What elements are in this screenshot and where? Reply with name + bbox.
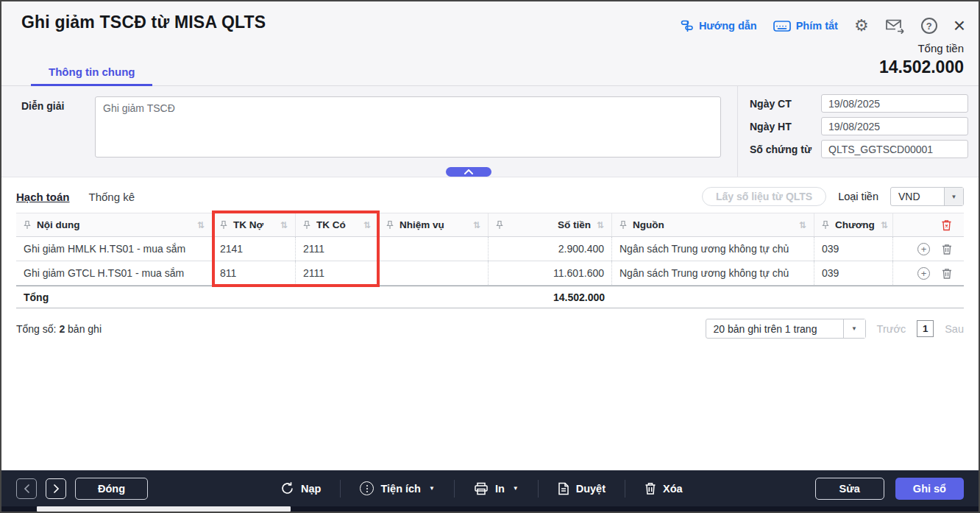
col-header-chapter[interactable]: Chương ⇅ [814,213,893,236]
close-icon[interactable]: × [954,18,965,33]
cell-debit[interactable]: 811 [213,261,296,285]
voucher-form: Diễn giải Ghi giảm TSCĐ Ngày CT Ngày HT … [1,86,979,177]
prev-page-button[interactable]: Trước [877,323,906,335]
dialog-header: Ghi giảm TSCĐ từ MISA QLTS Hướng dẫn Phí… [1,1,979,86]
tab-general-info[interactable]: Thông tin chung [31,61,152,86]
collapse-panel-button[interactable] [446,167,491,177]
utilities-icon [360,481,374,495]
description-label: Diễn giải [21,96,95,177]
description-input[interactable]: Ghi giảm TSCĐ [95,96,721,158]
detail-toolbar: Hạch toán Thống kê Lấy số liệu từ QLTS L… [1,177,979,213]
fetch-qlts-button[interactable]: Lấy số liệu từ QLTS [702,187,826,206]
shortcuts-label: Phím tắt [796,20,838,32]
sort-icon[interactable]: ⇅ [597,220,604,230]
page-title: Ghi giảm TSCĐ từ MISA QLTS [21,13,266,32]
cell-content[interactable]: Ghi giảm HMLK H.TS01 - mua sắm [16,237,213,261]
delete-row-icon[interactable] [942,244,952,255]
header-actions: Hướng dẫn Phím tắt ⚙ ? × [680,16,965,35]
gear-icon[interactable]: ⚙ [854,16,869,35]
detail-section: Hạch toán Thống kê Lấy số liệu từ QLTS L… [1,177,979,470]
table-row[interactable]: Ghi giảm HMLK H.TS01 - mua sắm 2141 2111… [16,237,964,261]
table-row[interactable]: Ghi giảm GTCL H.TS01 - mua sắm 811 2111 … [16,261,964,286]
horizontal-scrollbar[interactable] [1,506,979,512]
col-header-amount[interactable]: Số tiền ⇅ [489,213,612,236]
toolbar-divider [340,480,341,498]
grand-total-label: Tổng tiền [879,42,964,54]
edit-button[interactable]: Sửa [815,478,884,500]
signpost-icon [680,19,694,33]
approve-button[interactable]: Duyệt [558,482,606,495]
table-total-row: Tổng 14.502.000 [16,286,964,308]
cell-credit[interactable]: 2111 [296,237,379,261]
pin-icon [619,220,627,230]
tab-bar: Thông tin chung [1,61,979,86]
sort-icon[interactable]: ⇅ [363,220,371,230]
col-header-task[interactable]: Nhiệm vụ ⇅ [379,213,489,236]
accounting-table: Nội dung ⇅ TK Nợ ⇅ TK Có ⇅ Nhiệm vụ ⇅ [16,213,964,308]
guide-link[interactable]: Hướng dẫn [680,19,757,33]
pagination-bar: Tổng số: 2 bản ghi 20 bản ghi trên 1 tra… [16,319,964,339]
print-button[interactable]: In ▼ [474,482,519,495]
sort-icon[interactable]: ⇅ [197,220,205,230]
next-page-button[interactable]: Sau [945,323,964,335]
toolbar-divider [625,480,625,498]
cell-task[interactable] [379,261,489,285]
reload-button[interactable]: Nạp [280,481,321,495]
dialog-window: Ghi giảm TSCĐ từ MISA QLTS Hướng dẫn Phí… [0,0,980,513]
col-header-content[interactable]: Nội dung ⇅ [16,213,213,236]
tab-statistics[interactable]: Thống kê [89,191,135,203]
keyboard-icon [773,20,791,32]
scrollbar-thumb[interactable] [37,506,291,512]
help-icon[interactable]: ? [921,18,937,34]
delete-all-icon[interactable] [941,219,952,231]
pin-icon [386,220,394,230]
record-count: Tổng số: 2 bản ghi [16,323,102,335]
add-row-icon[interactable]: + [917,243,930,255]
cell-source[interactable]: Ngân sách Trung ương không tự chủ [612,237,814,261]
sort-icon[interactable]: ⇅ [280,220,288,230]
cell-chapter[interactable]: 039 [814,261,893,285]
add-row-icon[interactable]: + [917,267,930,280]
description-group: Diễn giải Ghi giảm TSCĐ [1,86,737,177]
delete-button[interactable]: Xóa [645,482,683,495]
next-record-button[interactable] [46,478,66,499]
mail-feedback-icon[interactable] [885,18,905,34]
currency-label: Loại tiền [838,191,878,202]
col-header-source[interactable]: Nguồn ⇅ [612,213,814,236]
save-button[interactable]: Ghi sổ [895,478,964,500]
cell-task[interactable] [379,237,489,261]
sort-icon[interactable]: ⇅ [881,220,888,230]
cell-chapter[interactable]: 039 [814,237,893,261]
cell-actions: + [893,237,964,261]
page-size-value: 20 bản ghi trên 1 trang [706,319,843,338]
tab-accounting[interactable]: Hạch toán [16,191,70,203]
doc-no-input[interactable] [821,140,968,158]
close-button[interactable]: Đóng [75,478,148,500]
current-page[interactable]: 1 [917,320,934,337]
page-size-select[interactable]: 20 bản ghi trên 1 trang ▼ [706,319,866,339]
prev-record-button[interactable] [16,478,37,499]
cell-amount[interactable]: 11.601.600 [489,261,612,285]
cell-content[interactable]: Ghi giảm GTCL H.TS01 - mua sắm [16,261,213,285]
cell-debit[interactable]: 2141 [213,237,296,261]
sort-icon[interactable]: ⇅ [799,220,806,230]
cell-amount[interactable]: 2.900.400 [489,237,612,261]
table-header-row: Nội dung ⇅ TK Nợ ⇅ TK Có ⇅ Nhiệm vụ ⇅ [16,213,964,237]
doc-no-label: Số chứng từ [750,144,821,155]
utilities-button[interactable]: Tiện ích ▼ [360,481,434,495]
post-date-input[interactable] [821,117,968,135]
chevron-up-icon [464,169,473,174]
shortcuts-link[interactable]: Phím tắt [773,20,838,32]
cell-credit[interactable]: 2111 [296,261,379,285]
pin-icon [822,220,829,230]
doc-date-input[interactable] [821,94,968,113]
total-label: Tổng [16,286,213,308]
col-header-debit[interactable]: TK Nợ ⇅ [213,213,296,236]
cell-source[interactable]: Ngân sách Trung ương không tự chủ [612,261,814,285]
col-header-credit[interactable]: TK Có ⇅ [296,213,379,236]
currency-select[interactable]: VND ▼ [890,187,964,206]
sort-icon[interactable]: ⇅ [473,220,480,230]
delete-row-icon[interactable] [942,268,952,279]
toolbar-divider [538,480,539,498]
chevron-down-icon: ▼ [944,188,963,205]
